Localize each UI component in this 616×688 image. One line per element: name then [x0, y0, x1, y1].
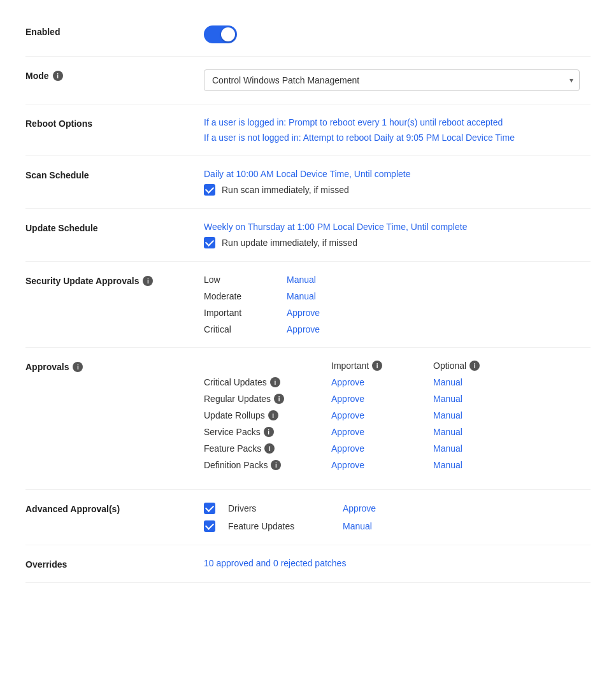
security-approvals-value: Low Manual Moderate Manual Important App… [204, 275, 591, 334]
approvals-label: Approvals i [25, 361, 204, 372]
mode-select-wrapper: Control Windows Patch ManagementMonitor … [204, 69, 580, 91]
approvals-update-rollups-row: Update Rollups i Approve Manual [204, 410, 591, 420]
approvals-feature-packs-row: Feature Packs i Approve Manual [204, 443, 591, 454]
scan-schedule-value: Daily at 10:00 AM Local Device Time, Unt… [204, 169, 591, 196]
update-rollups-info-icon: i [268, 410, 278, 420]
update-schedule-value: Weekly on Thursday at 1:00 PM Local Devi… [204, 222, 591, 248]
feature-updates-action[interactable]: Manual [343, 521, 372, 531]
approvals-info-icon: i [73, 362, 83, 372]
enabled-toggle[interactable] [204, 25, 237, 43]
mode-info-icon: i [53, 71, 63, 81]
regular-updates-label: Regular Updates i [204, 394, 331, 404]
approval-row-critical: Critical Approve [204, 324, 591, 334]
approvals-important-header: Important i [331, 361, 433, 371]
critical-updates-label: Critical Updates i [204, 377, 331, 387]
optional-header-text: Optional [433, 361, 466, 371]
toggle-thumb [221, 27, 235, 41]
approval-action-low[interactable]: Manual [287, 275, 316, 285]
scan-schedule-row: Scan Schedule Daily at 10:00 AM Local De… [25, 156, 591, 209]
feature-packs-important[interactable]: Approve [331, 443, 433, 454]
reboot-logged-in-link[interactable]: If a user is logged in: Prompt to reboot… [204, 117, 591, 127]
approvals-service-packs-row: Service Packs i Approve Manual [204, 427, 591, 437]
scan-immediately-row: Run scan immediately, if missed [204, 184, 591, 196]
drivers-checkbox[interactable] [204, 503, 215, 514]
scan-schedule-label-text: Scan Schedule [25, 170, 89, 180]
critical-updates-important[interactable]: Approve [331, 377, 433, 387]
mode-select[interactable]: Control Windows Patch ManagementMonitor … [204, 69, 580, 91]
mode-value: Control Windows Patch ManagementMonitor … [204, 69, 591, 91]
critical-updates-optional[interactable]: Manual [433, 377, 535, 387]
scan-immediately-label: Run scan immediately, if missed [222, 185, 349, 195]
service-packs-info-icon: i [264, 427, 274, 437]
reboot-options-label-text: Reboot Options [25, 118, 92, 129]
service-packs-optional[interactable]: Manual [433, 427, 535, 437]
approvals-value: Important i Optional i Critical Updates … [204, 361, 591, 477]
overrides-label: Overrides [25, 558, 204, 570]
security-approvals-info-icon: i [143, 276, 153, 286]
important-header-text: Important [331, 361, 369, 371]
scan-schedule-link[interactable]: Daily at 10:00 AM Local Device Time, Unt… [204, 169, 591, 179]
scan-immediately-checkbox[interactable] [204, 184, 215, 196]
approvals-row: Approvals i Important i Optional i Criti… [25, 348, 591, 490]
definition-packs-info-icon: i [271, 460, 281, 470]
reboot-options-row: Reboot Options If a user is logged in: P… [25, 104, 591, 156]
feature-packs-label: Feature Packs i [204, 443, 331, 454]
advanced-approvals-value: Drivers Approve Feature Updates Manual [204, 503, 591, 532]
update-immediately-checkbox[interactable] [204, 237, 215, 248]
security-approval-table: Low Manual Moderate Manual Important App… [204, 275, 591, 334]
overrides-link[interactable]: 10 approved and 0 rejected patches [204, 558, 591, 568]
overrides-value: 10 approved and 0 rejected patches [204, 558, 591, 568]
update-immediately-label: Run update immediately, if missed [222, 238, 357, 248]
feature-updates-checkbox[interactable] [204, 520, 215, 532]
approval-row-important: Important Approve [204, 308, 591, 318]
security-approvals-row: Security Update Approvals i Low Manual M… [25, 262, 591, 348]
update-rollups-important[interactable]: Approve [331, 410, 433, 420]
feature-packs-info-icon: i [264, 443, 275, 454]
severity-moderate: Moderate [204, 291, 261, 301]
drivers-label: Drivers [228, 503, 330, 513]
advanced-approvals-label-text: Advanced Approval(s) [25, 504, 120, 514]
important-info-icon: i [372, 361, 382, 371]
enabled-row: Enabled [25, 13, 591, 57]
approvals-header: Important i Optional i [204, 361, 591, 371]
update-schedule-row: Update Schedule Weekly on Thursday at 1:… [25, 209, 591, 262]
security-approvals-label: Security Update Approvals i [25, 275, 204, 286]
severity-important: Important [204, 308, 261, 318]
definition-packs-label: Definition Packs i [204, 460, 331, 470]
approval-action-important[interactable]: Approve [287, 308, 320, 318]
feature-packs-optional[interactable]: Manual [433, 443, 535, 454]
approval-action-critical[interactable]: Approve [287, 324, 320, 334]
definition-packs-important[interactable]: Approve [331, 460, 433, 470]
overrides-row: Overrides 10 approved and 0 rejected pat… [25, 545, 591, 583]
advanced-approvals-row: Advanced Approval(s) Drivers Approve Fea… [25, 490, 591, 545]
approvals-label-text: Approvals [25, 362, 69, 372]
approval-action-moderate[interactable]: Manual [287, 291, 316, 301]
approvals-definition-packs-row: Definition Packs i Approve Manual [204, 460, 591, 470]
mode-label-text: Mode [25, 71, 49, 81]
overrides-label-text: Overrides [25, 559, 67, 570]
service-packs-label: Service Packs i [204, 427, 331, 437]
advanced-feature-updates-row: Feature Updates Manual [204, 520, 591, 532]
definition-packs-optional[interactable]: Manual [433, 460, 535, 470]
enabled-label: Enabled [25, 25, 204, 37]
update-rollups-label: Update Rollups i [204, 410, 331, 420]
feature-updates-label: Feature Updates [228, 521, 330, 531]
advanced-approvals-label: Advanced Approval(s) [25, 503, 204, 514]
service-packs-important[interactable]: Approve [331, 427, 433, 437]
toggle-container [204, 25, 591, 43]
reboot-options-value: If a user is logged in: Prompt to reboot… [204, 117, 591, 143]
approvals-regular-updates-row: Regular Updates i Approve Manual [204, 394, 591, 404]
update-schedule-link[interactable]: Weekly on Thursday at 1:00 PM Local Devi… [204, 222, 591, 232]
update-rollups-optional[interactable]: Manual [433, 410, 535, 420]
severity-low: Low [204, 275, 261, 285]
critical-updates-info-icon: i [270, 377, 280, 387]
scan-schedule-label: Scan Schedule [25, 169, 204, 180]
regular-updates-optional[interactable]: Manual [433, 394, 535, 404]
approval-row-low: Low Manual [204, 275, 591, 285]
drivers-action[interactable]: Approve [343, 503, 376, 513]
enabled-value [204, 25, 591, 43]
severity-critical: Critical [204, 324, 261, 334]
regular-updates-important[interactable]: Approve [331, 394, 433, 404]
reboot-not-logged-in-link[interactable]: If a user is not logged in: Attempt to r… [204, 133, 591, 143]
update-immediately-row: Run update immediately, if missed [204, 237, 591, 248]
